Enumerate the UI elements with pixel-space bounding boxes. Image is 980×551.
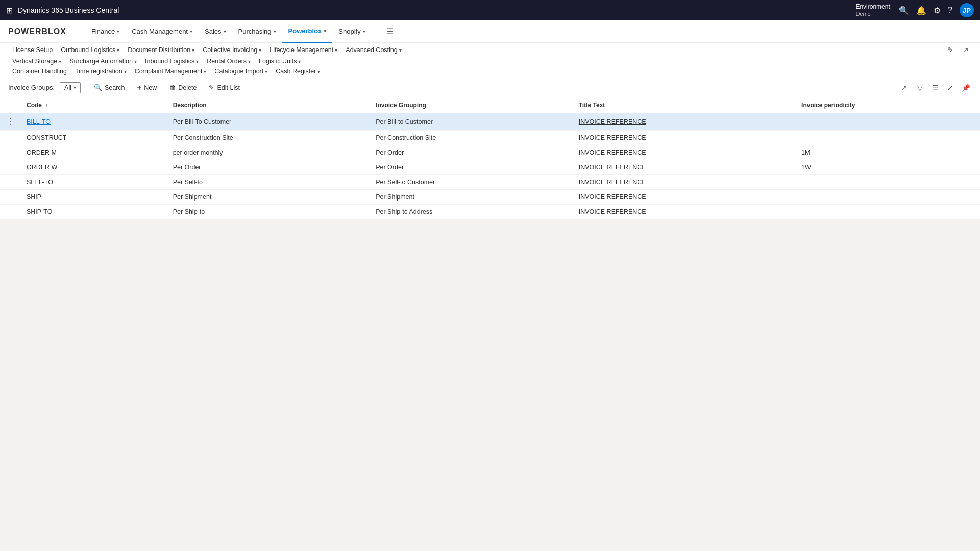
new-button[interactable]: + New bbox=[132, 81, 162, 94]
nav-item-finance[interactable]: Finance ▾ bbox=[85, 20, 126, 43]
subnav-advanced-costing[interactable]: Advanced Costing ▾ bbox=[341, 45, 405, 55]
subnav-container-handling[interactable]: Container Handling bbox=[8, 66, 71, 77]
chevron-lifecycle: ▾ bbox=[335, 47, 337, 53]
row-action-menu bbox=[0, 205, 20, 219]
columns-icon[interactable]: ☰ bbox=[929, 82, 941, 94]
table-row[interactable]: ORDER WPer OrderPer OrderINVOICE REFEREN… bbox=[0, 160, 980, 175]
delete-btn-icon: 🗑 bbox=[169, 84, 176, 91]
hamburger-icon[interactable]: ☰ bbox=[386, 27, 394, 36]
cell-invoice-grouping: Per Bill-to Customer bbox=[370, 113, 573, 131]
subnav-cash-register[interactable]: Cash Register ▾ bbox=[272, 66, 324, 77]
table-row[interactable]: CONSTRUCTPer Construction SitePer Constr… bbox=[0, 131, 980, 145]
cell-description: Per Construction Site bbox=[167, 131, 370, 145]
chevron-time: ▾ bbox=[124, 69, 127, 74]
table-row[interactable]: SHIP-TOPer Ship-toPer Ship-to AddressINV… bbox=[0, 205, 980, 219]
cell-description: Per Ship-to bbox=[167, 205, 370, 219]
cell-description: Per Order bbox=[167, 160, 370, 175]
subnav-complaint-management[interactable]: Complaint Management ▾ bbox=[131, 66, 211, 77]
cell-invoice-periodicity bbox=[795, 190, 980, 205]
cell-invoice-periodicity bbox=[795, 113, 980, 131]
subnav-inbound-logistics[interactable]: Inbound Logistics ▾ bbox=[141, 56, 203, 66]
subnav-collective-invoicing[interactable]: Collective Invoicing ▾ bbox=[199, 45, 265, 55]
row-action-menu[interactable]: ⋮ bbox=[0, 113, 20, 131]
bell-icon[interactable]: 🔔 bbox=[916, 6, 926, 15]
subnav-catalogue-import[interactable]: Catalogue Import ▾ bbox=[210, 66, 272, 77]
table-header-row: Code ↑ Description Invoice Grouping Titl… bbox=[0, 97, 980, 113]
cell-title-text: INVOICE REFERENCE bbox=[573, 190, 795, 205]
chevron-cash-reg: ▾ bbox=[317, 69, 320, 74]
edit-list-icon: ✎ bbox=[209, 84, 214, 91]
table-row[interactable]: SHIPPer ShipmentPer ShipmentINVOICE REFE… bbox=[0, 190, 980, 205]
fullscreen-icon[interactable]: ⤢ bbox=[944, 82, 957, 94]
row-action-menu bbox=[0, 145, 20, 160]
subnav-surcharge-automation[interactable]: Surcharge Automation ▾ bbox=[65, 56, 141, 66]
subnav-time-registration[interactable]: Time registration ▾ bbox=[71, 66, 131, 77]
cell-description: Per Bill-To Customer bbox=[167, 113, 370, 131]
pin-icon[interactable]: 📌 bbox=[960, 82, 972, 94]
nav-item-shopify[interactable]: Shopify ▾ bbox=[332, 20, 371, 43]
cell-invoice-periodicity bbox=[795, 205, 980, 219]
subnav-edit-icon[interactable]: ✎ bbox=[944, 44, 957, 56]
cell-title-text: INVOICE REFERENCE bbox=[573, 205, 795, 219]
table-row[interactable]: SELL-TOPer Sell-toPer Sell-to CustomerIN… bbox=[0, 175, 980, 190]
table-row[interactable]: ⋮BILL-TOPer Bill-To CustomerPer Bill-to … bbox=[0, 113, 980, 131]
chevron-purchasing: ▾ bbox=[274, 29, 276, 34]
cell-invoice-periodicity: 1W bbox=[795, 160, 980, 175]
cell-description: Per Sell-to bbox=[167, 175, 370, 190]
cell-description: per order monthly bbox=[167, 145, 370, 160]
content-area bbox=[0, 219, 980, 551]
env-label: Environment: bbox=[855, 3, 892, 10]
subnav-expand-icon[interactable]: ↗ bbox=[960, 44, 972, 56]
main-nav: POWERBLOX Finance ▾ Cash Management ▾ Sa… bbox=[0, 20, 980, 43]
nav-item-cash-management[interactable]: Cash Management ▾ bbox=[126, 20, 199, 43]
cell-code: SHIP-TO bbox=[20, 205, 167, 219]
cell-code: ORDER W bbox=[20, 160, 167, 175]
edit-list-button[interactable]: ✎ Edit List bbox=[204, 82, 244, 93]
delete-button[interactable]: 🗑 Delete bbox=[164, 82, 202, 93]
subnav-lifecycle-management[interactable]: Lifecycle Management ▾ bbox=[265, 45, 341, 55]
nav-item-purchasing[interactable]: Purchasing ▾ bbox=[232, 20, 282, 43]
search-icon[interactable]: 🔍 bbox=[899, 6, 909, 15]
env-name: Demo bbox=[855, 11, 892, 17]
search-btn-icon: 🔍 bbox=[94, 84, 102, 91]
filter-dropdown[interactable]: All ▾ bbox=[60, 82, 81, 93]
avatar[interactable]: JP bbox=[960, 3, 974, 17]
chevron-catalogue: ▾ bbox=[265, 69, 267, 74]
col-code[interactable]: Code ↑ bbox=[20, 97, 167, 113]
row-action-menu bbox=[0, 175, 20, 190]
filter-icon[interactable]: ▽ bbox=[914, 82, 926, 94]
nav-divider-2 bbox=[377, 26, 377, 37]
new-btn-icon: + bbox=[137, 83, 142, 92]
cell-invoice-grouping: Per Construction Site bbox=[370, 131, 573, 145]
toolbar-label: Invoice Groups: bbox=[8, 84, 55, 91]
search-button[interactable]: 🔍 Search bbox=[89, 82, 130, 93]
subnav-license-setup[interactable]: License Setup bbox=[8, 45, 57, 55]
cell-title-text[interactable]: INVOICE REFERENCE bbox=[573, 113, 795, 131]
help-icon[interactable]: ? bbox=[948, 6, 952, 15]
chevron-shopify: ▾ bbox=[363, 29, 365, 34]
grid-icon[interactable]: ⊞ bbox=[6, 6, 13, 15]
chevron-powerblox: ▾ bbox=[324, 28, 326, 34]
row-action-menu bbox=[0, 190, 20, 205]
chevron-finance: ▾ bbox=[117, 29, 119, 34]
sub-nav: License Setup Outbound Logistics ▾ Docum… bbox=[0, 43, 980, 78]
chevron-surcharge: ▾ bbox=[134, 59, 137, 64]
chevron-outbound: ▾ bbox=[117, 47, 119, 53]
subnav-outbound-logistics[interactable]: Outbound Logistics ▾ bbox=[57, 45, 124, 55]
nav-item-powerblox[interactable]: Powerblox ▾ bbox=[282, 20, 333, 43]
cell-code[interactable]: BILL-TO bbox=[20, 113, 167, 131]
table-row[interactable]: ORDER Mper order monthlyPer OrderINVOICE… bbox=[0, 145, 980, 160]
cell-invoice-periodicity bbox=[795, 175, 980, 190]
share-icon[interactable]: ↗ bbox=[898, 82, 911, 94]
filter-value: All bbox=[64, 84, 71, 91]
subnav-vertical-storage[interactable]: Vertical Storage ▾ bbox=[8, 56, 65, 66]
cell-invoice-grouping: Per Order bbox=[370, 145, 573, 160]
cell-invoice-periodicity: 1M bbox=[795, 145, 980, 160]
subnav-logistic-units[interactable]: Logistic Units ▾ bbox=[255, 56, 305, 66]
settings-icon[interactable]: ⚙ bbox=[934, 6, 941, 15]
toolbar-right: ↗ ▽ ☰ ⤢ 📌 bbox=[898, 82, 972, 94]
subnav-rental-orders[interactable]: Rental Orders ▾ bbox=[203, 56, 255, 66]
subnav-document-distribution[interactable]: Document Distribution ▾ bbox=[124, 45, 199, 55]
chevron-cash: ▾ bbox=[190, 29, 192, 34]
nav-item-sales[interactable]: Sales ▾ bbox=[199, 20, 232, 43]
